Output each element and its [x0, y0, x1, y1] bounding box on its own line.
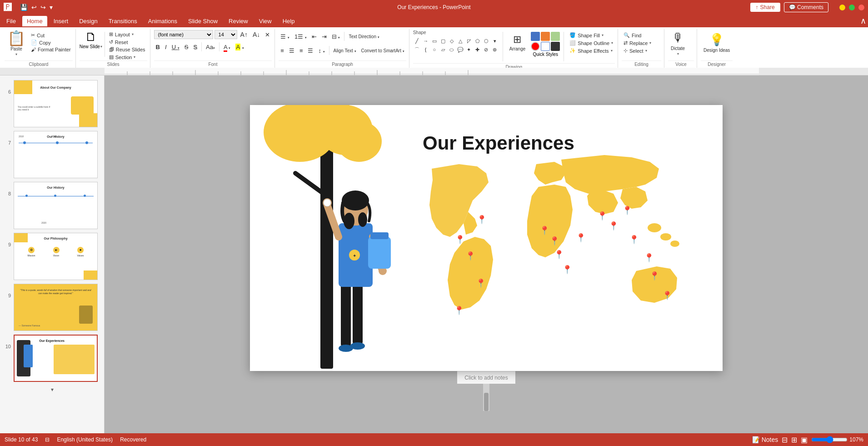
close-button[interactable]	[858, 5, 864, 10]
slide-panel-toggle-icon[interactable]: ⊟	[45, 436, 50, 443]
quick-style-6[interactable]	[551, 42, 560, 51]
font-color-button[interactable]: A ▾	[222, 43, 233, 51]
slide-sorter-button[interactable]: ⊞	[791, 436, 797, 444]
highlight-color-button[interactable]: A ▾	[234, 43, 245, 51]
decrease-font-size-button[interactable]: A↓	[251, 30, 262, 39]
layout-button[interactable]: ⊞ Layout ▾	[107, 31, 147, 38]
font-name-select[interactable]: (font name)	[154, 30, 213, 39]
normal-view-button[interactable]: ⊟	[782, 436, 788, 444]
slide-canvas[interactable]: ✦ Our Experiences	[250, 105, 723, 371]
reuse-slides-button[interactable]: 🗐 Reuse Slides	[107, 46, 147, 53]
notes-area[interactable]: Click to add notes	[457, 371, 515, 384]
reset-button[interactable]: ↺ Reset	[107, 39, 147, 45]
align-text-button[interactable]: Align Text ▾	[332, 47, 358, 54]
shadow-button[interactable]: S	[191, 43, 199, 51]
menu-review[interactable]: Review	[224, 16, 253, 26]
notes-placeholder[interactable]: Click to add notes	[464, 375, 508, 381]
canvas-vscroll[interactable]	[483, 384, 489, 411]
underline-button[interactable]: U ▾	[170, 43, 181, 51]
quick-style-4[interactable]	[531, 42, 540, 51]
quick-style-5[interactable]	[541, 42, 550, 51]
shape-effects-button[interactable]: ✨ Shape Effects ▾	[568, 47, 615, 54]
slide-thumb-6[interactable]: About Our Company You could enter a subt…	[14, 80, 98, 127]
find-button[interactable]: 🔍 Find	[622, 32, 643, 39]
slide-item-quote[interactable]: 9 "This is a quote, words full of wisdom…	[2, 283, 102, 332]
shape-custom2[interactable]: ⊛	[491, 45, 499, 54]
shape-arc[interactable]: ⌒	[413, 45, 421, 54]
slide-thumb-8[interactable]: Our History 2020	[14, 182, 98, 229]
shape-star[interactable]: ✦	[465, 45, 473, 54]
ribbon-collapse-button[interactable]: ∧	[860, 16, 866, 26]
shape-diamond[interactable]: ◇	[448, 37, 456, 45]
menu-transitions[interactable]: Transitions	[104, 16, 142, 26]
shape-rect[interactable]: ▭	[430, 37, 439, 45]
minimize-button[interactable]	[839, 5, 845, 10]
shape-pentagon[interactable]: ⬠	[474, 37, 482, 45]
slide-thumb-9[interactable]: Our Philosophy ⚙ Mission 👁 Vision ★ Val	[14, 233, 98, 280]
numbering-button[interactable]: 1☰ ▾	[293, 32, 309, 41]
menu-insert[interactable]: Insert	[49, 16, 73, 26]
notes-button[interactable]: 📝 Notes	[752, 436, 778, 443]
shape-triangle[interactable]: △	[456, 37, 464, 45]
line-spacing-button[interactable]: ↕ ▾	[316, 46, 326, 55]
shape-bracket[interactable]: {	[422, 45, 430, 54]
reading-view-button[interactable]: ▣	[801, 436, 808, 444]
design-ideas-button[interactable]: 💡 Design Ideas	[701, 30, 733, 55]
strikethrough-button[interactable]: S	[183, 43, 190, 51]
shape-hex[interactable]: ⬡	[482, 37, 490, 45]
align-left-button[interactable]: ≡	[279, 46, 286, 55]
menu-view[interactable]: View	[254, 16, 276, 26]
paste-button[interactable]: 📋 Paste ▾	[5, 30, 28, 57]
arrange-button[interactable]: ⊞ Arrange	[507, 30, 529, 55]
customize-quick-access-button[interactable]: ▾	[49, 3, 54, 12]
shape-rtriangle[interactable]: ◸	[465, 37, 473, 45]
shape-arrow[interactable]: →	[422, 37, 430, 45]
slide-panel[interactable]: 6 About Our Company You could enter a su…	[0, 75, 105, 441]
shape-ellipse[interactable]: ○	[430, 45, 439, 54]
replace-button[interactable]: ⇄ Replace ▾	[622, 40, 653, 46]
convert-smartart-button[interactable]: Convert to SmartArt ▾	[359, 47, 406, 54]
quick-style-2[interactable]	[541, 32, 550, 41]
bullets-button[interactable]: ☰ ▾	[279, 32, 291, 41]
shape-cylinder[interactable]: ⬭	[448, 45, 456, 54]
shape-parallelogram[interactable]: ▱	[439, 45, 447, 54]
change-case-button[interactable]: Aa▾	[204, 43, 217, 51]
align-right-button[interactable]: ≡	[298, 46, 305, 55]
quick-style-1[interactable]	[531, 32, 540, 41]
menu-home[interactable]: Home	[22, 16, 47, 26]
columns-button[interactable]: ⊟ ▾	[330, 32, 342, 41]
zoom-slider[interactable]	[811, 436, 848, 443]
slide-thumb-10[interactable]: Our Experiences	[14, 335, 98, 382]
shape-cross[interactable]: ✚	[474, 45, 482, 54]
slide-item-10[interactable]: 10 Our Experiences	[2, 334, 102, 383]
shape-outline-button[interactable]: ⬜ Shape Outline ▾	[568, 40, 615, 46]
copy-button[interactable]: 📄 Copy	[29, 39, 73, 46]
slide-item-6[interactable]: 6 About Our Company You could enter a su…	[2, 79, 102, 128]
shape-fill-button[interactable]: 🪣 Shape Fill ▾	[568, 32, 615, 39]
section-button[interactable]: ▤ Section ▾	[107, 54, 147, 60]
maximize-button[interactable]	[849, 5, 855, 10]
shape-more[interactable]: ▾	[491, 37, 499, 45]
undo-button[interactable]: ↩	[30, 3, 38, 12]
slide-thumb-quote[interactable]: "This is a quote, words full of wisdom t…	[14, 284, 98, 331]
center-button[interactable]: ☰	[287, 46, 296, 55]
italic-button[interactable]: I	[163, 43, 169, 51]
decrease-indent-button[interactable]: ⇤	[310, 32, 319, 41]
vscroll-thumb[interactable]	[484, 393, 489, 411]
shape-line[interactable]: ╱	[413, 37, 421, 45]
increase-font-size-button[interactable]: A↑	[239, 30, 249, 39]
text-direction-button[interactable]: Text Direction ▾	[347, 33, 381, 40]
shape-callout[interactable]: 💬	[456, 45, 464, 54]
slide-item-9[interactable]: 9 Our Philosophy ⚙ Mission 👁 Vision	[2, 232, 102, 281]
slide-panel-scroll-down[interactable]: ▾	[2, 385, 102, 395]
menu-design[interactable]: Design	[75, 16, 102, 26]
slide-item-8[interactable]: 8 Our History 2020	[2, 181, 102, 230]
slide-thumb-7[interactable]: Our History 2018 2019	[14, 131, 98, 178]
save-button[interactable]: 💾	[19, 3, 29, 12]
cut-button[interactable]: ✂ Cut	[29, 32, 73, 39]
menu-file[interactable]: File	[2, 16, 20, 26]
justify-button[interactable]: ☰	[306, 46, 315, 55]
share-button[interactable]: ↑ Share	[750, 3, 780, 12]
font-size-select[interactable]: 14	[215, 30, 237, 39]
slide-item-7[interactable]: 7 Our History 2018 2019	[2, 130, 102, 179]
